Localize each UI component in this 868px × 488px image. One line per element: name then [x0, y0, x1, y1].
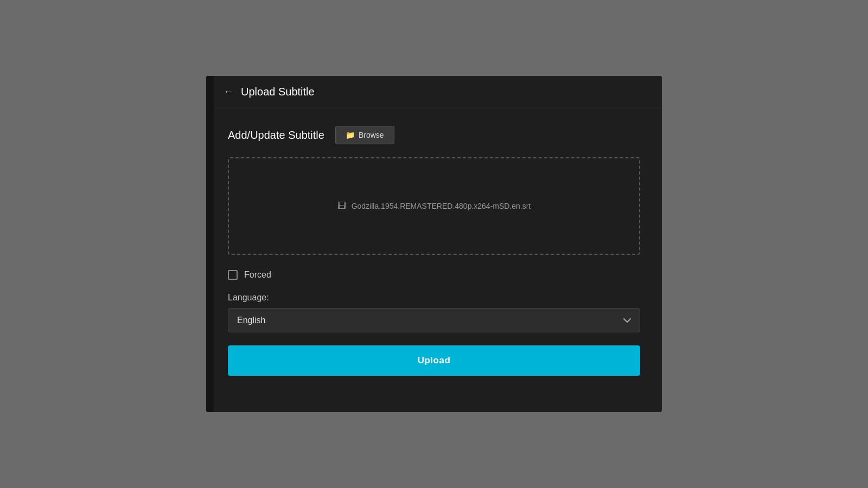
language-section: Language: English Spanish French German …	[228, 293, 640, 332]
upload-button[interactable]: Upload	[228, 345, 640, 376]
forced-row: Forced	[228, 270, 640, 280]
browse-button-label: Browse	[359, 131, 384, 139]
section-title: Add/Update Subtitle	[228, 129, 324, 142]
language-select-wrapper: English Spanish French German Japanese C…	[228, 308, 640, 332]
forced-label[interactable]: Forced	[244, 270, 271, 280]
drop-zone-content: 🎞 Godzilla.1954.REMASTERED.480p.x264-mSD…	[337, 201, 531, 211]
language-select[interactable]: English Spanish French German Japanese C…	[228, 308, 640, 332]
browse-button[interactable]: 📁 Browse	[335, 126, 394, 144]
upload-subtitle-modal: ← Upload Subtitle Add/Update Subtitle 📁 …	[206, 76, 662, 412]
section-header: Add/Update Subtitle 📁 Browse	[228, 126, 640, 144]
modal-content: Add/Update Subtitle 📁 Browse 🎞 Godzilla.…	[206, 108, 662, 397]
forced-checkbox[interactable]	[228, 270, 238, 280]
folder-icon: 📁	[346, 131, 355, 139]
back-button[interactable]: ←	[224, 86, 233, 98]
modal-header: ← Upload Subtitle	[206, 76, 662, 108]
file-drop-zone[interactable]: 🎞 Godzilla.1954.REMASTERED.480p.x264-mSD…	[228, 157, 640, 255]
file-icon: 🎞	[337, 201, 346, 211]
language-label: Language:	[228, 293, 640, 303]
modal-title: Upload Subtitle	[241, 86, 315, 98]
file-name: Godzilla.1954.REMASTERED.480p.x264-mSD.e…	[352, 202, 531, 210]
